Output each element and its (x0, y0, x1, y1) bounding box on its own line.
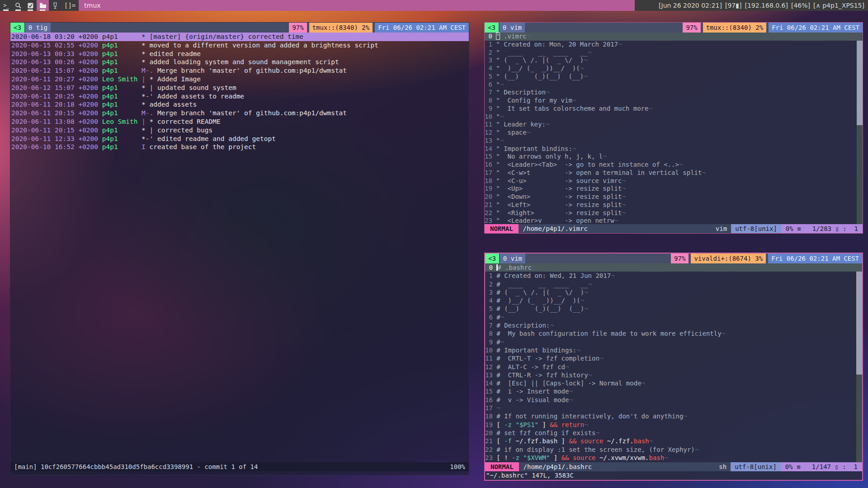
vim-line: 6 #¬ (485, 313, 862, 321)
vim-line: 21 [ -f ~/.fzf.bash ] && source ~/.fzf.b… (485, 437, 862, 445)
status-bar: >_ []= tmux [Jun 26 2020 02:21] [97▮] [1… (0, 0, 868, 11)
cursor: " (496, 33, 500, 40)
vim-command-line: "~/.bashrc" 147L, 3583C (485, 471, 862, 480)
tag-occupied-indicator (40, 9, 45, 11)
vim-line: 19 [ -z "$PS1" ] && return¬ (485, 421, 862, 429)
vim-line: 16 # v -> Visual mode¬ (485, 396, 862, 404)
vim-line: 14 # [Esc] || [Caps-lock] -> Normal mode… (485, 379, 862, 387)
tig-status-right: 100% (450, 462, 465, 471)
tmux-bar-spacer (525, 23, 683, 33)
commit-row[interactable]: 2020-06-12 15:07 +0200 p4p1 * | updated … (10, 84, 469, 92)
ip-status: [192.168.0.6] (745, 2, 788, 9)
commit-row[interactable]: 2020-06-11 20:25 +0200 p4p1 *-' Added as… (10, 92, 469, 101)
tag-occupied-indicator (28, 9, 33, 11)
scrollbar-thumb[interactable] (857, 41, 863, 125)
tmux-session-cpu: vivaldi+:(8674) 3% (691, 253, 766, 263)
vim-line: 22 " <Right> -> resize split¬ (485, 209, 863, 217)
tmux-session-cpu: tmux::(8340) 2% (703, 23, 766, 33)
vim-line: 6 "¬ (485, 81, 863, 89)
tmux-session-indicator: <3 (10, 23, 24, 33)
vim-filetype: vim (712, 224, 731, 233)
commit-row[interactable]: 2020-06-18 03:20 +0200 p4p1 * [master] {… (10, 33, 469, 41)
vim-line: 10 "¬ (485, 113, 863, 121)
vim-line: 19 " <Up> -> resize split¬ (485, 185, 863, 193)
vim-line: 7 # Description:¬ (485, 321, 862, 329)
tmux-window-name[interactable]: 0 tig (25, 23, 51, 33)
tig-status-bar: [main] 10cf260577664cbbb45ad310d5fba6ccd… (10, 462, 469, 471)
vim-line: 0 " .vimrc¬ (485, 33, 863, 41)
vim-line: 10 # Important bindings:¬ (485, 346, 862, 354)
vim-buffer-vimrc[interactable]: 0 " .vimrc¬ 1 " Created on: Mon, 20 Marc… (485, 33, 863, 224)
vim-filetype: sh (715, 462, 731, 471)
vim-line: 15 # i -> Insert mode¬ (485, 387, 862, 395)
focused-window-title: tmux (79, 0, 635, 11)
vim-line: 2 # ____ __ ____ __¬ (485, 280, 862, 288)
tmux-statusbar: <3 0 tig 97% tmux::(8340) 2% Fri 06/26 0… (10, 23, 469, 33)
scrollbar-track[interactable] (857, 41, 863, 224)
vim-line: 18 " <C-u> -> source vimrc¬ (485, 177, 863, 185)
vim-line: 16 " <Leader><Tab> -> go to next instanc… (485, 161, 863, 169)
vim-line: 0 # .bashrc¬ (485, 263, 862, 272)
vim-line: 22 # if on display :1 set the screen siz… (485, 446, 862, 454)
vim-line: 17 " <C-w>t -> open a terminal in vertic… (485, 169, 863, 177)
vim-line: 1 # Created on: Wed, 21 Jun 2017¬ (485, 272, 862, 280)
bashrc-window[interactable]: <3 0 vim 97% vivaldi+:(8674) 3% Fri 06/2… (484, 253, 863, 481)
commit-row[interactable]: 2020-06-11 13:08 +0200 Leo Smith | * cor… (10, 117, 469, 126)
commit-row[interactable]: 2020-06-15 02:55 +0200 p4p1 * moved to a… (10, 41, 469, 50)
tmux-window-name[interactable]: 0 vim (500, 23, 525, 33)
checkbox-icon (27, 2, 34, 9)
battery-status: [97▮] (725, 2, 741, 9)
vim-line: 13 # CTRL-R -> fzf history¬ (485, 371, 862, 379)
tmux-battery-percent: 97% (683, 23, 700, 33)
volume-status: [46%] (791, 2, 810, 9)
tmux-window-name[interactable]: 0 vim (500, 253, 525, 263)
tig-commit-list: 2020-06-18 03:20 +0200 p4p1 * [master] {… (10, 33, 469, 475)
vimrc-window[interactable]: <3 0 vim 97% tmux::(8340) 2% Fri 06/26 0… (484, 22, 863, 234)
vim-encoding: utf-8[unix] (731, 462, 781, 471)
vim-line: 11 " Leader key:¬ (485, 121, 863, 129)
tag-tasks[interactable] (24, 0, 37, 11)
vim-file-path: /home/p4p1/.vimrc (519, 224, 712, 233)
commit-row[interactable]: 2020-06-13 00:33 +0200 p4p1 * edited rea… (10, 50, 469, 58)
commit-row[interactable]: 2020-06-10 16:52 +0200 p4p1 I created ba… (10, 143, 469, 151)
vim-mode-indicator: NORMAL (485, 462, 519, 471)
vim-line: 17 ¬ (485, 404, 862, 412)
vim-mode-indicator: NORMAL (485, 224, 519, 233)
tmux-session-indicator: <3 (485, 253, 499, 263)
vim-line: 1 " Created on: Mon, 20 March 2017¬ (485, 41, 863, 49)
tag-occupied-indicator (15, 9, 21, 11)
scrollbar-thumb[interactable] (856, 272, 862, 375)
commit-row[interactable]: 2020-06-12 15:07 +0200 p4p1 M-. Merge br… (10, 66, 469, 75)
tag-search[interactable] (12, 0, 24, 11)
hostname-status: [∧ p4p1_XPS15] (813, 2, 864, 9)
tag-files-selected[interactable] (37, 0, 49, 11)
commit-row[interactable]: 2020-06-11 20:18 +0200 p4p1 * added asse… (10, 100, 469, 109)
vim-line: 8 " Config for my vim¬ (485, 97, 863, 105)
tmux-statusbar: <3 0 vim 97% tmux::(8340) 2% Fri 06/26 0… (485, 23, 863, 33)
vim-buffer-bashrc[interactable]: 0 # .bashrc¬ 1 # Created on: Wed, 21 Jun… (485, 263, 862, 462)
commit-row[interactable]: 2020-06-11 20:15 +0200 p4p1 M-. Merge br… (10, 109, 469, 117)
tag-terminal[interactable]: >_ (0, 0, 12, 11)
vim-line: 3 " ( _ \ /. |( _ \/ )¬ (485, 56, 863, 65)
vim-line: 9 #¬ (485, 338, 862, 346)
layout-symbol[interactable]: []= (61, 0, 79, 11)
tmux-session-cpu: tmux::(8340) 2% (309, 23, 373, 33)
terminal-icon: >_ (3, 2, 9, 9)
tag-media[interactable] (49, 0, 61, 11)
tig-window[interactable]: <3 0 tig 97% tmux::(8340) 2% Fri 06/26 0… (10, 22, 469, 475)
tag-occupied-indicator (3, 9, 9, 11)
clock-status: [Jun 26 2020 02:21] (659, 2, 722, 9)
tmux-battery-percent: 97% (289, 23, 307, 33)
tmux-session-indicator: <3 (485, 23, 499, 33)
commit-row[interactable]: 2020-06-13 00:26 +0200 p4p1 * added load… (10, 58, 469, 66)
commit-row[interactable]: 2020-06-11 12:33 +0200 p4p1 *-' edited r… (10, 135, 469, 143)
tmux-bar-spacer (51, 23, 289, 33)
scrollbar-track[interactable] (856, 272, 862, 462)
vim-line: 20 " <Down> -> resize split¬ (485, 193, 863, 201)
commit-row[interactable]: 2020-06-11 20:27 +0200 Leo Smith | * Add… (10, 75, 469, 84)
tmux-battery-percent: 97% (671, 253, 689, 263)
vim-line: 15 " No arrows only h, j, k, l¬ (485, 153, 863, 161)
commit-row[interactable]: 2020-06-11 20:15 +0200 p4p1 * | correcte… (10, 126, 469, 135)
tmux-clock: Fri 06/26 02:21 AM CEST (768, 253, 862, 263)
vim-position: 0% ≡ 1/283 ▯ : 1 (781, 224, 863, 233)
